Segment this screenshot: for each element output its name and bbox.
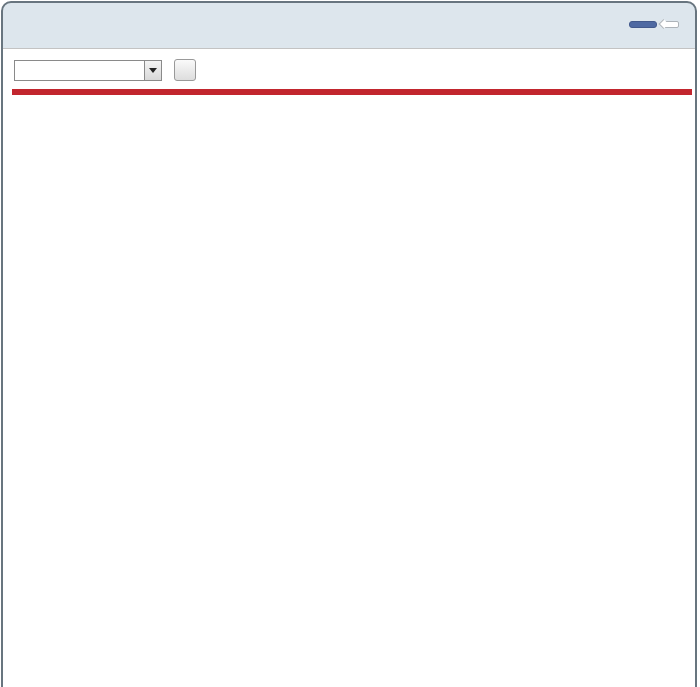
chevron-down-icon [144,61,161,80]
facebook-like-button[interactable] [629,21,657,28]
export-csv-button[interactable] [174,59,196,81]
sharkscope-results-dialog [1,1,697,687]
dialog-header [3,3,695,42]
like-count-badge [663,21,679,28]
tab-bar [3,42,695,48]
facebook-like-widget [629,14,679,34]
content-panel [3,48,695,687]
search-order-select[interactable] [14,60,162,81]
highlight-box [12,89,692,95]
toolbar [14,59,685,81]
